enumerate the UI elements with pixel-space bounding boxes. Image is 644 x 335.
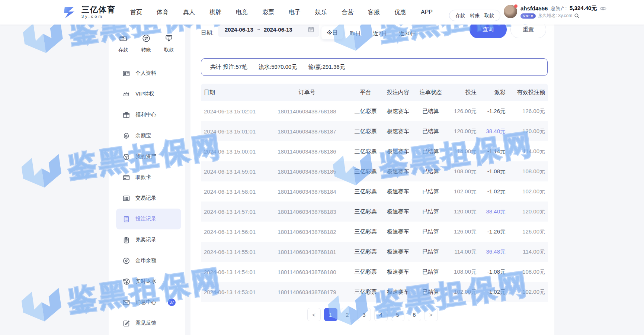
search-icon[interactable] <box>574 13 579 18</box>
quick-filter-近30日[interactable]: 近30日 <box>394 27 422 40</box>
nav-item-体育[interactable]: 体育 <box>157 9 169 16</box>
nav-item-真人[interactable]: 真人 <box>183 9 195 16</box>
deposit-icon <box>119 34 127 44</box>
quick-filter-近7日[interactable]: 近7日 <box>368 27 392 40</box>
nav-item-彩票[interactable]: 彩票 <box>262 9 274 16</box>
assets-label: 总资产: <box>551 5 567 12</box>
cell-payout: 38.40元 <box>478 208 507 215</box>
feedback-icon <box>123 320 130 327</box>
quick-action-转账[interactable]: 转账 <box>141 34 151 53</box>
cell-order: 1801140603438768180 <box>264 269 350 275</box>
nav-item-APP[interactable]: APP <box>421 9 433 16</box>
summary-part-0: 共计 投注:57笔 <box>210 64 247 71</box>
cell-order: 1801140603438768181 <box>264 249 350 255</box>
column-header-订单号: 订单号 <box>264 89 350 96</box>
logo-domain: 3y.com <box>81 15 116 19</box>
sidebar: 存款 转账 取款 个人资料 VIP特权 福利中心 余额宝 我的资产 取款卡 交易… <box>109 25 185 335</box>
cell-content: 极速赛车 <box>381 128 415 135</box>
sidebar-item-实时返水[interactable]: 实时返水 <box>109 271 185 292</box>
cell-status: 已结算 <box>415 148 446 155</box>
nav-item-优惠[interactable]: 优惠 <box>394 9 406 16</box>
cell-valid: 108.00元 <box>507 168 548 175</box>
sidebar-item-余额宝[interactable]: 余额宝 <box>109 125 185 146</box>
sidebar-quick-actions: 存款 转账 取款 <box>109 25 185 55</box>
cell-content: 极速赛车 <box>381 208 415 215</box>
cell-content: 极速赛车 <box>381 168 415 175</box>
cell-date: 2024-06-13 14:56:01 <box>201 229 264 235</box>
sidebar-item-消息中心[interactable]: 消息中心37 <box>109 292 185 313</box>
table-row: 2024-06-13 14:55:011801140603438768181三亿… <box>201 242 548 262</box>
logo-title: 三亿体育 <box>81 6 116 14</box>
sidebar-item-金币余额[interactable]: 金币余额 <box>109 250 185 271</box>
cell-platform: 三亿彩票 <box>350 228 381 235</box>
wallet-action-存款[interactable]: 存款 <box>455 12 465 19</box>
nav-item-合营[interactable]: 合营 <box>342 9 353 16</box>
page-button-3[interactable]: 3 <box>358 308 371 321</box>
assets-value: 5,324.40元 <box>570 5 597 12</box>
cell-platform: 三亿彩票 <box>350 168 381 175</box>
avatar[interactable] <box>504 5 517 18</box>
cell-status: 已结算 <box>415 108 446 115</box>
cell-bet: 114.00元 <box>446 248 478 255</box>
wallet-action-转账[interactable]: 转账 <box>470 12 480 19</box>
cell-order: 1801140603438768186 <box>264 148 350 155</box>
quick-filter-昨日[interactable]: 昨日 <box>345 27 366 40</box>
sidebar-item-交易记录[interactable]: 交易记录 <box>109 188 185 209</box>
cell-content: 极速赛车 <box>381 148 415 155</box>
nav-item-娱乐[interactable]: 娱乐 <box>315 9 327 16</box>
eye-icon[interactable] <box>600 6 606 11</box>
cell-valid: 108.00元 <box>507 268 548 276</box>
bets-icon <box>123 216 130 223</box>
table-row: 2024-06-13 14:54:011801140603438768180三亿… <box>201 262 548 282</box>
date-separator: ~ <box>257 26 260 32</box>
cell-order: 1801140603438768184 <box>264 189 350 195</box>
query-button[interactable]: 查询 <box>470 25 507 38</box>
cell-payout: -1.02元 <box>478 289 507 296</box>
logo-icon <box>62 4 78 20</box>
cell-order: 1801140603438768182 <box>264 229 350 235</box>
cell-platform: 三亿彩票 <box>350 268 381 276</box>
sidebar-item-投注记录[interactable]: 投注记录 <box>116 209 181 229</box>
yuebao-icon <box>123 132 130 139</box>
cell-payout: -1.26元 <box>478 108 507 115</box>
date-range-input[interactable]: 2024-06-13 ~ 2024-06-13 <box>218 25 319 37</box>
user-box[interactable]: ahsfd4556 总资产: 5,324.40元 VIP 0 永久域名: 3y.… <box>504 5 606 19</box>
sidebar-item-意见反馈[interactable]: 意见反馈 <box>109 313 185 334</box>
cell-date: 2024-06-13 14:54:01 <box>201 269 264 275</box>
main-nav: 首页体育真人棋牌电竞彩票电子娱乐合营客服优惠APP <box>130 0 433 25</box>
page-next-button[interactable]: > <box>424 308 438 321</box>
wallet-action-取款[interactable]: 取款 <box>484 12 494 19</box>
cell-platform: 三亿彩票 <box>350 248 381 255</box>
cell-payout: 38.40元 <box>478 128 507 135</box>
column-header-日期: 日期 <box>201 89 264 96</box>
page-prev-button[interactable]: < <box>307 308 321 321</box>
quick-filter-今日[interactable]: 今日 <box>321 26 343 39</box>
column-header-有效投注额: 有效投注额 <box>507 89 548 96</box>
page-button-5[interactable]: 5 <box>391 308 404 321</box>
nav-item-客服[interactable]: 客服 <box>368 9 380 16</box>
cell-status: 已结算 <box>415 228 446 235</box>
nav-item-棋牌[interactable]: 棋牌 <box>209 9 221 16</box>
quick-action-存款[interactable]: 存款 <box>118 34 128 53</box>
filter-row: 日期: 2024-06-13 ~ 2024-06-13 今日昨日近7日近30日 … <box>190 25 554 42</box>
cell-status: 已结算 <box>415 248 446 255</box>
reset-button[interactable]: 重置 <box>510 25 546 38</box>
site-logo[interactable]: 三亿体育 3y.com <box>62 4 116 20</box>
sidebar-item-兑奖记录[interactable]: 兑奖记录 <box>109 229 185 250</box>
sidebar-item-福利中心[interactable]: 福利中心 <box>109 104 185 125</box>
sidebar-item-VIP特权[interactable]: VIP特权 <box>109 84 185 104</box>
nav-item-首页[interactable]: 首页 <box>130 9 142 16</box>
page-button-1[interactable]: 1 <box>324 308 337 321</box>
nav-item-电子[interactable]: 电子 <box>289 9 301 16</box>
nav-item-电竞[interactable]: 电竞 <box>236 9 248 16</box>
page-button-6[interactable]: 6 <box>408 308 421 321</box>
sidebar-item-我的资产[interactable]: 我的资产 <box>109 146 185 167</box>
cell-status: 已结算 <box>415 188 446 195</box>
page-button-2[interactable]: 2 <box>341 308 354 321</box>
quick-action-取款[interactable]: 取款 <box>164 34 174 53</box>
cell-platform: 三亿彩票 <box>350 148 381 155</box>
table-row: 2024-06-13 14:53:011801140603438768179三亿… <box>201 282 548 302</box>
page-button-4[interactable]: 4 <box>374 308 388 321</box>
sidebar-item-取款卡[interactable]: 取款卡 <box>109 167 185 188</box>
sidebar-item-个人资料[interactable]: 个人资料 <box>109 63 185 84</box>
